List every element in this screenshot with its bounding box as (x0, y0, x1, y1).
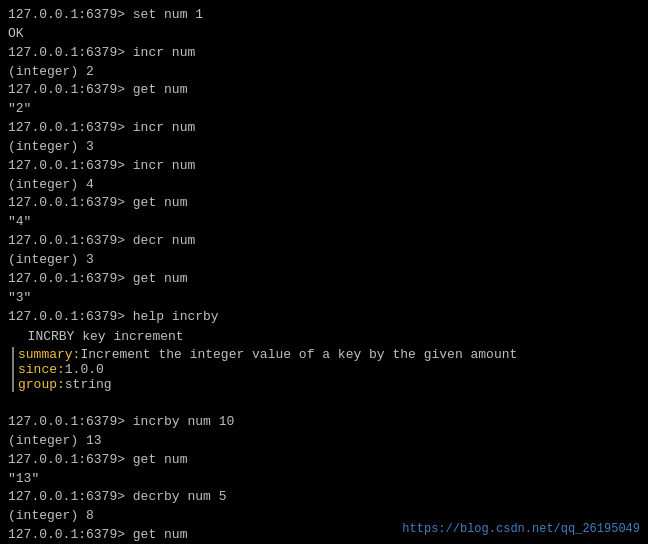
help-summary-value: Increment the integer value of a key by … (80, 347, 517, 362)
line-str-4: "4" (8, 213, 640, 232)
help-group-value: string (65, 377, 112, 392)
line-get-num-4: 127.0.0.1:6379> get num (8, 451, 640, 470)
help-since-label: since: (18, 362, 65, 377)
line-incrby-num-10: 127.0.0.1:6379> incrby num 10 (8, 413, 640, 432)
line-set-num: 127.0.0.1:6379> set num 1 (8, 6, 640, 25)
help-summary-label: summary: (18, 347, 80, 362)
line-incr-num-3: 127.0.0.1:6379> incr num (8, 157, 640, 176)
line-int-3: (integer) 3 (8, 138, 640, 157)
help-since: since: 1.0.0 (12, 362, 640, 377)
line-int-3b: (integer) 3 (8, 251, 640, 270)
help-block: INCRBY key increment summary: Increment … (8, 328, 640, 392)
line-str-3: "3" (8, 289, 640, 308)
line-int-13: (integer) 13 (8, 432, 640, 451)
line-int-4: (integer) 4 (8, 176, 640, 195)
help-group: group: string (12, 377, 640, 392)
line-help-incrby: 127.0.0.1:6379> help incrby (8, 308, 640, 327)
line-empty (8, 394, 640, 413)
line-decrby-num-5: 127.0.0.1:6379> decrby num 5 (8, 488, 640, 507)
line-ok: OK (8, 25, 640, 44)
help-since-value: 1.0.0 (65, 362, 104, 377)
line-str-2: "2" (8, 100, 640, 119)
terminal[interactable]: 127.0.0.1:6379> set num 1 OK 127.0.0.1:6… (0, 0, 648, 544)
help-summary: summary: Increment the integer value of … (12, 347, 640, 362)
watermark: https://blog.csdn.net/qq_26195049 (402, 522, 640, 536)
line-str-13: "13" (8, 470, 640, 489)
line-incr-num-1: 127.0.0.1:6379> incr num (8, 44, 640, 63)
line-get-num-2: 127.0.0.1:6379> get num (8, 194, 640, 213)
help-group-label: group: (18, 377, 65, 392)
line-decr-num: 127.0.0.1:6379> decr num (8, 232, 640, 251)
help-title: INCRBY key increment (12, 328, 640, 347)
line-int-2: (integer) 2 (8, 63, 640, 82)
line-incr-num-2: 127.0.0.1:6379> incr num (8, 119, 640, 138)
line-get-num-1: 127.0.0.1:6379> get num (8, 81, 640, 100)
line-get-num-3: 127.0.0.1:6379> get num (8, 270, 640, 289)
